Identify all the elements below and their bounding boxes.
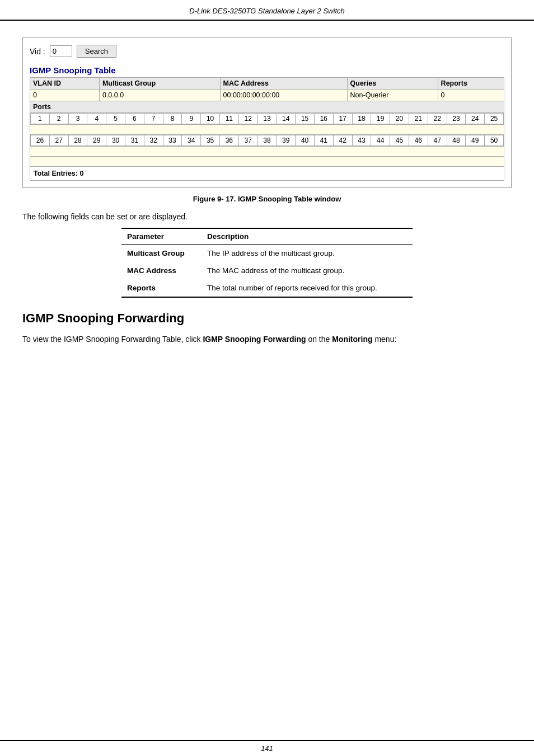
port-10: 10 <box>201 114 220 124</box>
param-desc-multicast: The IP address of the multicast group. <box>202 245 413 262</box>
param-name-multicast: Multicast Group <box>121 245 202 262</box>
col-queries: Queries <box>347 78 438 90</box>
col-vlan-id: VLAN ID <box>30 78 100 90</box>
port-33: 33 <box>163 135 182 146</box>
param-col-description: Description <box>202 228 413 245</box>
forwarding-section-text: To view the IGMP Snooping Forwarding Tab… <box>22 334 512 345</box>
port-3: 3 <box>68 114 87 124</box>
port-31: 31 <box>125 135 144 146</box>
param-col-parameter: Parameter <box>121 228 202 245</box>
page-footer: 141 <box>0 740 534 756</box>
port-14: 14 <box>277 114 296 124</box>
forwarding-text-middle: on the <box>306 335 332 344</box>
port-11: 11 <box>219 114 238 124</box>
port-25: 25 <box>485 114 504 124</box>
port-18: 18 <box>352 114 371 124</box>
port-37: 37 <box>238 135 257 146</box>
param-header-row: Parameter Description <box>121 228 413 245</box>
port-16: 16 <box>314 114 333 124</box>
port-17: 17 <box>333 114 352 124</box>
ports-label-row: Ports <box>30 101 504 113</box>
port-40: 40 <box>296 135 315 146</box>
port-32: 32 <box>144 135 163 146</box>
port-2: 2 <box>49 114 68 124</box>
port-44: 44 <box>371 135 390 146</box>
ports-row1: 1 2 3 4 5 6 7 8 9 10 11 <box>31 114 504 124</box>
port-28: 28 <box>68 135 87 146</box>
port-39: 39 <box>277 135 296 146</box>
port-9: 9 <box>182 114 201 124</box>
col-multicast-group: Multicast Group <box>99 78 220 90</box>
figure-caption: Figure 9- 17. IGMP Snooping Table window <box>22 195 512 203</box>
vid-row: Vid : Search <box>30 45 504 58</box>
vid-input[interactable] <box>50 45 72 57</box>
table-row: 0 0.0.0.0 00:00:00:00:00:00 Non-Querier … <box>30 90 504 101</box>
ports-numbers-row1: 1 2 3 4 5 6 7 8 9 10 11 <box>30 113 504 125</box>
port-50: 50 <box>485 135 504 146</box>
empty-row2 <box>30 147 504 157</box>
port-29: 29 <box>87 135 106 146</box>
port-46: 46 <box>409 135 428 146</box>
col-mac-address: MAC Address <box>220 78 347 90</box>
port-36: 36 <box>219 135 238 146</box>
param-row-multicast: Multicast Group The IP address of the mu… <box>121 245 413 262</box>
empty-row1 <box>30 125 504 135</box>
igmp-snooping-title: IGMP Snooping Table <box>30 65 504 75</box>
port-13: 13 <box>257 114 277 124</box>
forwarding-text-before: To view the IGMP Snooping Forwarding Tab… <box>22 335 203 344</box>
igmp-snooping-table: VLAN ID Multicast Group MAC Address Quer… <box>30 77 504 181</box>
port-8: 8 <box>163 114 182 124</box>
port-27: 27 <box>49 135 68 146</box>
port-20: 20 <box>390 114 409 124</box>
forwarding-text-after: menu: <box>373 335 397 344</box>
cell-mac-address: 00:00:00:00:00:00 <box>220 90 347 101</box>
header-title: D-Link DES-3250TG Standalone Layer 2 Swi… <box>189 7 344 15</box>
port-42: 42 <box>333 135 352 146</box>
port-24: 24 <box>466 114 485 124</box>
port-7: 7 <box>144 114 163 124</box>
param-table-wrapper: Parameter Description Multicast Group Th… <box>22 228 512 298</box>
cell-queries: Non-Querier <box>347 90 438 101</box>
page-header: D-Link DES-3250TG Standalone Layer 2 Swi… <box>0 0 534 21</box>
port-47: 47 <box>428 135 447 146</box>
port-4: 4 <box>87 114 106 124</box>
ports-numbers-row2: 26 27 28 29 30 31 32 33 34 35 36 <box>30 135 504 147</box>
port-23: 23 <box>447 114 466 124</box>
param-desc-mac: The MAC address of the multicast group. <box>202 262 413 279</box>
total-entries: Total Entries: 0 <box>34 170 83 177</box>
port-38: 38 <box>257 135 277 146</box>
param-name-reports: Reports <box>121 279 202 297</box>
forwarding-bold1: IGMP Snooping Forwarding <box>203 335 306 344</box>
cell-reports: 0 <box>438 90 504 101</box>
ports-table-row2: 26 27 28 29 30 31 32 33 34 35 36 <box>30 135 504 146</box>
port-49: 49 <box>466 135 485 146</box>
figure-box: Vid : Search IGMP Snooping Table VLAN ID… <box>22 37 512 188</box>
forwarding-section-title: IGMP Snooping Forwarding <box>22 311 512 326</box>
port-45: 45 <box>390 135 409 146</box>
empty-row3 <box>30 157 504 167</box>
param-table: Parameter Description Multicast Group Th… <box>121 228 413 298</box>
port-5: 5 <box>106 114 125 124</box>
port-6: 6 <box>125 114 144 124</box>
cell-multicast-group: 0.0.0.0 <box>99 90 220 101</box>
port-34: 34 <box>182 135 201 146</box>
param-row-reports: Reports The total number of reports rece… <box>121 279 413 297</box>
port-30: 30 <box>106 135 125 146</box>
port-35: 35 <box>201 135 220 146</box>
port-21: 21 <box>409 114 428 124</box>
port-48: 48 <box>447 135 466 146</box>
desc-text: The following fields can be set or are d… <box>22 212 512 221</box>
table-header-row: VLAN ID Multicast Group MAC Address Quer… <box>30 78 504 90</box>
param-desc-reports: The total number of reports received for… <box>202 279 413 297</box>
port-19: 19 <box>371 114 390 124</box>
ports-label: Ports <box>30 101 504 113</box>
search-button[interactable]: Search <box>77 45 116 58</box>
cell-vlan-id: 0 <box>30 90 100 101</box>
main-content: Vid : Search IGMP Snooping Table VLAN ID… <box>0 32 534 351</box>
port-41: 41 <box>314 135 333 146</box>
vid-label: Vid : <box>30 47 45 56</box>
port-43: 43 <box>352 135 371 146</box>
forwarding-bold2: Monitoring <box>332 335 372 344</box>
port-26: 26 <box>31 135 50 146</box>
ports-row2: 26 27 28 29 30 31 32 33 34 35 36 <box>31 135 504 146</box>
